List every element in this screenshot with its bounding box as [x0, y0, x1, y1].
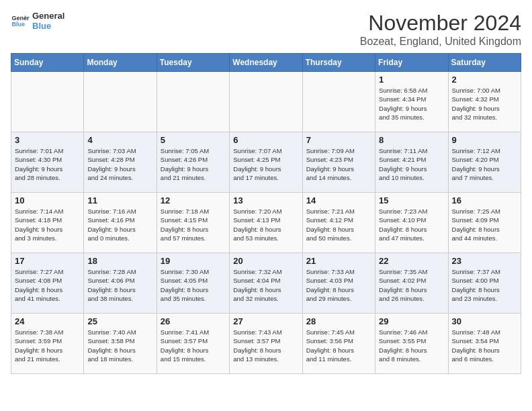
day-number: 18	[87, 256, 152, 266]
day-number: 7	[306, 135, 371, 145]
title-block: November 2024 Bozeat, England, United Ki…	[360, 11, 521, 48]
calendar-cell: 11Sunrise: 7:16 AM Sunset: 4:16 PM Dayli…	[84, 193, 157, 253]
calendar-cell: 18Sunrise: 7:28 AM Sunset: 4:06 PM Dayli…	[84, 253, 157, 314]
logo-icon: General Blue	[11, 11, 30, 30]
day-number: 8	[379, 135, 444, 145]
calendar-cell: 30Sunrise: 7:48 AM Sunset: 3:54 PM Dayli…	[448, 314, 521, 374]
day-info: Sunrise: 7:45 AM Sunset: 3:56 PM Dayligh…	[306, 328, 371, 363]
day-number: 16	[452, 195, 517, 205]
calendar-cell	[84, 72, 157, 132]
day-info: Sunrise: 7:43 AM Sunset: 3:57 PM Dayligh…	[233, 328, 298, 363]
day-info: Sunrise: 7:28 AM Sunset: 4:06 PM Dayligh…	[87, 267, 152, 303]
day-info: Sunrise: 7:14 AM Sunset: 4:18 PM Dayligh…	[15, 207, 80, 242]
day-number: 17	[15, 256, 80, 266]
week-row-2: 3Sunrise: 7:01 AM Sunset: 4:30 PM Daylig…	[11, 132, 521, 193]
day-number: 24	[15, 316, 80, 326]
day-info: Sunrise: 7:32 AM Sunset: 4:04 PM Dayligh…	[233, 267, 298, 303]
calendar-cell: 23Sunrise: 7:37 AM Sunset: 4:00 PM Dayli…	[448, 253, 521, 314]
day-number: 6	[233, 135, 298, 145]
day-info: Sunrise: 7:07 AM Sunset: 4:25 PM Dayligh…	[233, 146, 298, 182]
calendar-cell	[11, 72, 84, 132]
calendar-cell: 26Sunrise: 7:41 AM Sunset: 3:57 PM Dayli…	[157, 314, 229, 374]
day-info: Sunrise: 7:11 AM Sunset: 4:21 PM Dayligh…	[379, 146, 444, 182]
calendar-subtitle: Bozeat, England, United Kingdom	[360, 36, 521, 48]
col-header-tuesday: Tuesday	[157, 54, 229, 72]
day-info: Sunrise: 7:48 AM Sunset: 3:54 PM Dayligh…	[452, 328, 517, 363]
day-number: 21	[306, 256, 371, 266]
week-row-5: 24Sunrise: 7:38 AM Sunset: 3:59 PM Dayli…	[11, 314, 521, 374]
day-number: 1	[379, 75, 444, 85]
day-number: 22	[379, 256, 444, 266]
day-info: Sunrise: 7:05 AM Sunset: 4:26 PM Dayligh…	[161, 146, 226, 182]
calendar-cell: 25Sunrise: 7:40 AM Sunset: 3:58 PM Dayli…	[84, 314, 157, 374]
calendar-cell: 2Sunrise: 7:00 AM Sunset: 4:32 PM Daylig…	[448, 72, 521, 132]
day-info: Sunrise: 7:41 AM Sunset: 3:57 PM Dayligh…	[161, 328, 226, 363]
calendar-cell: 28Sunrise: 7:45 AM Sunset: 3:56 PM Dayli…	[302, 314, 375, 374]
day-number: 25	[87, 316, 152, 326]
calendar-cell: 17Sunrise: 7:27 AM Sunset: 4:08 PM Dayli…	[11, 253, 84, 314]
col-header-wednesday: Wednesday	[230, 54, 302, 72]
calendar-cell	[157, 72, 229, 132]
logo-line2: Blue	[32, 21, 64, 31]
col-header-friday: Friday	[375, 54, 448, 72]
day-number: 11	[87, 195, 152, 205]
day-number: 13	[233, 195, 298, 205]
calendar-cell: 19Sunrise: 7:30 AM Sunset: 4:05 PM Dayli…	[157, 253, 229, 314]
day-info: Sunrise: 7:37 AM Sunset: 4:00 PM Dayligh…	[452, 267, 517, 303]
day-number: 3	[15, 135, 80, 145]
col-header-sunday: Sunday	[11, 54, 84, 72]
calendar-cell: 29Sunrise: 7:46 AM Sunset: 3:55 PM Dayli…	[375, 314, 448, 374]
day-number: 10	[15, 195, 80, 205]
day-number: 14	[306, 195, 371, 205]
calendar-cell: 7Sunrise: 7:09 AM Sunset: 4:23 PM Daylig…	[302, 132, 375, 193]
col-header-saturday: Saturday	[448, 54, 521, 72]
day-info: Sunrise: 7:33 AM Sunset: 4:03 PM Dayligh…	[306, 267, 371, 303]
calendar-cell	[302, 72, 375, 132]
day-info: Sunrise: 7:16 AM Sunset: 4:16 PM Dayligh…	[87, 207, 152, 242]
day-number: 30	[452, 316, 517, 326]
calendar-cell: 4Sunrise: 7:03 AM Sunset: 4:28 PM Daylig…	[84, 132, 157, 193]
calendar-cell: 24Sunrise: 7:38 AM Sunset: 3:59 PM Dayli…	[11, 314, 84, 374]
calendar-cell: 3Sunrise: 7:01 AM Sunset: 4:30 PM Daylig…	[11, 132, 84, 193]
day-info: Sunrise: 7:46 AM Sunset: 3:55 PM Dayligh…	[379, 328, 444, 363]
day-info: Sunrise: 7:38 AM Sunset: 3:59 PM Dayligh…	[15, 328, 80, 363]
calendar-cell: 20Sunrise: 7:32 AM Sunset: 4:04 PM Dayli…	[230, 253, 302, 314]
week-row-4: 17Sunrise: 7:27 AM Sunset: 4:08 PM Dayli…	[11, 253, 521, 314]
day-info: Sunrise: 7:30 AM Sunset: 4:05 PM Dayligh…	[161, 267, 226, 303]
day-info: Sunrise: 7:12 AM Sunset: 4:20 PM Dayligh…	[452, 146, 517, 182]
calendar-cell: 15Sunrise: 7:23 AM Sunset: 4:10 PM Dayli…	[375, 193, 448, 253]
calendar-cell: 16Sunrise: 7:25 AM Sunset: 4:09 PM Dayli…	[448, 193, 521, 253]
day-info: Sunrise: 7:20 AM Sunset: 4:13 PM Dayligh…	[233, 207, 298, 242]
calendar-title: November 2024	[360, 11, 521, 36]
day-number: 29	[379, 316, 444, 326]
calendar-table: SundayMondayTuesdayWednesdayThursdayFrid…	[11, 53, 521, 374]
day-number: 12	[161, 195, 226, 205]
calendar-cell: 27Sunrise: 7:43 AM Sunset: 3:57 PM Dayli…	[230, 314, 302, 374]
day-number: 2	[452, 75, 517, 85]
calendar-cell: 22Sunrise: 7:35 AM Sunset: 4:02 PM Dayli…	[375, 253, 448, 314]
day-number: 19	[161, 256, 226, 266]
day-info: Sunrise: 7:03 AM Sunset: 4:28 PM Dayligh…	[87, 146, 152, 182]
day-info: Sunrise: 7:40 AM Sunset: 3:58 PM Dayligh…	[87, 328, 152, 363]
day-info: Sunrise: 6:58 AM Sunset: 4:34 PM Dayligh…	[379, 86, 444, 122]
col-header-monday: Monday	[84, 54, 157, 72]
svg-text:Blue: Blue	[11, 21, 25, 28]
calendar-cell: 10Sunrise: 7:14 AM Sunset: 4:18 PM Dayli…	[11, 193, 84, 253]
calendar-cell	[230, 72, 302, 132]
calendar-cell: 5Sunrise: 7:05 AM Sunset: 4:26 PM Daylig…	[157, 132, 229, 193]
day-number: 20	[233, 256, 298, 266]
week-row-1: 1Sunrise: 6:58 AM Sunset: 4:34 PM Daylig…	[11, 72, 521, 132]
calendar-cell: 8Sunrise: 7:11 AM Sunset: 4:21 PM Daylig…	[375, 132, 448, 193]
day-number: 15	[379, 195, 444, 205]
day-number: 5	[161, 135, 226, 145]
calendar-cell: 12Sunrise: 7:18 AM Sunset: 4:15 PM Dayli…	[157, 193, 229, 253]
week-row-3: 10Sunrise: 7:14 AM Sunset: 4:18 PM Dayli…	[11, 193, 521, 253]
day-number: 4	[87, 135, 152, 145]
day-number: 9	[452, 135, 517, 145]
calendar-cell: 21Sunrise: 7:33 AM Sunset: 4:03 PM Dayli…	[302, 253, 375, 314]
col-header-thursday: Thursday	[302, 54, 375, 72]
day-info: Sunrise: 7:09 AM Sunset: 4:23 PM Dayligh…	[306, 146, 371, 182]
day-number: 23	[452, 256, 517, 266]
header: General Blue General Blue November 2024 …	[11, 11, 521, 48]
calendar-cell: 14Sunrise: 7:21 AM Sunset: 4:12 PM Dayli…	[302, 193, 375, 253]
